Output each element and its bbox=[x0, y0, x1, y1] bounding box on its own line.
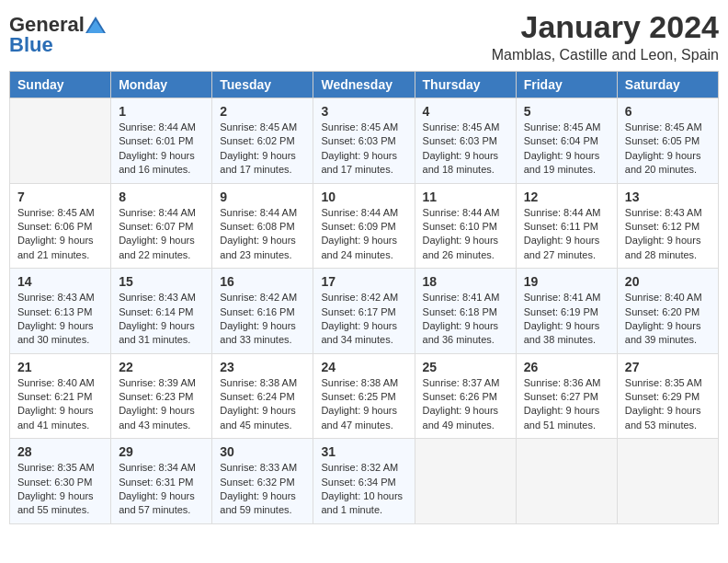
day-number: 28 bbox=[17, 444, 103, 459]
day-number: 18 bbox=[423, 274, 508, 289]
day-number: 29 bbox=[119, 444, 204, 459]
day-info: Sunrise: 8:45 AMSunset: 6:05 PMDaylight:… bbox=[625, 121, 711, 178]
day-info: Sunrise: 8:35 AMSunset: 6:30 PMDaylight:… bbox=[17, 461, 103, 518]
day-info: Sunrise: 8:45 AMSunset: 6:02 PMDaylight:… bbox=[220, 121, 305, 178]
day-info: Sunrise: 8:45 AMSunset: 6:03 PMDaylight:… bbox=[423, 121, 508, 178]
calendar-cell: 20Sunrise: 8:40 AMSunset: 6:20 PMDayligh… bbox=[617, 269, 718, 354]
day-info: Sunrise: 8:39 AMSunset: 6:23 PMDaylight:… bbox=[119, 376, 204, 433]
day-number: 26 bbox=[524, 360, 609, 374]
day-number: 17 bbox=[321, 274, 406, 289]
day-info: Sunrise: 8:34 AMSunset: 6:31 PMDaylight:… bbox=[119, 461, 204, 518]
day-number: 14 bbox=[17, 274, 103, 289]
day-info: Sunrise: 8:44 AMSunset: 6:11 PMDaylight:… bbox=[524, 206, 609, 263]
day-info: Sunrise: 8:40 AMSunset: 6:21 PMDaylight:… bbox=[17, 376, 103, 433]
calendar-cell: 25Sunrise: 8:37 AMSunset: 6:26 PMDayligh… bbox=[415, 353, 516, 439]
day-info: Sunrise: 8:44 AMSunset: 6:08 PMDaylight:… bbox=[220, 206, 305, 263]
day-number: 21 bbox=[17, 360, 103, 374]
calendar-cell bbox=[10, 98, 111, 184]
day-info: Sunrise: 8:43 AMSunset: 6:14 PMDaylight:… bbox=[119, 291, 204, 348]
day-info: Sunrise: 8:43 AMSunset: 6:13 PMDaylight:… bbox=[17, 291, 103, 348]
calendar-cell: 24Sunrise: 8:38 AMSunset: 6:25 PMDayligh… bbox=[313, 353, 415, 439]
day-info: Sunrise: 8:35 AMSunset: 6:29 PMDaylight:… bbox=[625, 376, 711, 433]
logo: General Blue bbox=[9, 13, 106, 57]
calendar-cell: 28Sunrise: 8:35 AMSunset: 6:30 PMDayligh… bbox=[10, 439, 111, 524]
calendar-cell: 18Sunrise: 8:41 AMSunset: 6:18 PMDayligh… bbox=[415, 269, 516, 354]
day-info: Sunrise: 8:41 AMSunset: 6:19 PMDaylight:… bbox=[524, 291, 609, 348]
calendar-cell: 30Sunrise: 8:33 AMSunset: 6:32 PMDayligh… bbox=[212, 439, 313, 524]
calendar-cell: 6Sunrise: 8:45 AMSunset: 6:05 PMDaylight… bbox=[617, 98, 718, 184]
weekday-header-sunday: Sunday bbox=[10, 72, 111, 98]
day-info: Sunrise: 8:45 AMSunset: 6:03 PMDaylight:… bbox=[321, 121, 406, 178]
day-number: 1 bbox=[119, 104, 204, 119]
day-number: 10 bbox=[321, 190, 406, 204]
day-info: Sunrise: 8:37 AMSunset: 6:26 PMDaylight:… bbox=[423, 376, 508, 433]
header: General Blue January 2024 Mamblas, Casti… bbox=[9, 9, 719, 63]
calendar-cell: 13Sunrise: 8:43 AMSunset: 6:12 PMDayligh… bbox=[617, 183, 718, 269]
day-number: 23 bbox=[220, 360, 305, 374]
day-info: Sunrise: 8:44 AMSunset: 6:07 PMDaylight:… bbox=[119, 206, 204, 263]
calendar-cell: 5Sunrise: 8:45 AMSunset: 6:04 PMDaylight… bbox=[516, 98, 617, 184]
calendar-cell: 22Sunrise: 8:39 AMSunset: 6:23 PMDayligh… bbox=[111, 353, 212, 439]
calendar-cell: 16Sunrise: 8:42 AMSunset: 6:16 PMDayligh… bbox=[212, 269, 313, 354]
day-info: Sunrise: 8:38 AMSunset: 6:24 PMDaylight:… bbox=[220, 376, 305, 433]
calendar-cell: 11Sunrise: 8:44 AMSunset: 6:10 PMDayligh… bbox=[415, 183, 516, 269]
calendar-cell: 15Sunrise: 8:43 AMSunset: 6:14 PMDayligh… bbox=[111, 269, 212, 354]
day-info: Sunrise: 8:44 AMSunset: 6:09 PMDaylight:… bbox=[321, 206, 406, 263]
weekday-header-tuesday: Tuesday bbox=[212, 72, 313, 98]
logo-icon bbox=[85, 17, 106, 33]
calendar-cell: 2Sunrise: 8:45 AMSunset: 6:02 PMDaylight… bbox=[212, 98, 313, 184]
day-info: Sunrise: 8:33 AMSunset: 6:32 PMDaylight:… bbox=[220, 461, 305, 518]
day-number: 3 bbox=[321, 104, 406, 119]
day-number: 16 bbox=[220, 274, 305, 289]
week-row-2: 7Sunrise: 8:45 AMSunset: 6:06 PMDaylight… bbox=[10, 183, 719, 269]
day-info: Sunrise: 8:43 AMSunset: 6:12 PMDaylight:… bbox=[625, 206, 711, 263]
day-number: 27 bbox=[625, 360, 711, 374]
day-info: Sunrise: 8:41 AMSunset: 6:18 PMDaylight:… bbox=[423, 291, 508, 348]
location-title: Mamblas, Castille and Leon, Spain bbox=[492, 47, 719, 63]
day-number: 12 bbox=[524, 190, 609, 204]
day-info: Sunrise: 8:38 AMSunset: 6:25 PMDaylight:… bbox=[321, 376, 406, 433]
calendar-cell: 21Sunrise: 8:40 AMSunset: 6:21 PMDayligh… bbox=[10, 353, 111, 439]
week-row-5: 28Sunrise: 8:35 AMSunset: 6:30 PMDayligh… bbox=[10, 439, 719, 524]
day-info: Sunrise: 8:32 AMSunset: 6:34 PMDaylight:… bbox=[321, 461, 406, 518]
day-number: 19 bbox=[524, 274, 609, 289]
calendar-cell bbox=[415, 439, 516, 524]
day-number: 30 bbox=[220, 444, 305, 459]
day-info: Sunrise: 8:40 AMSunset: 6:20 PMDaylight:… bbox=[625, 291, 711, 348]
calendar-cell: 31Sunrise: 8:32 AMSunset: 6:34 PMDayligh… bbox=[313, 439, 415, 524]
calendar-table: SundayMondayTuesdayWednesdayThursdayFrid… bbox=[9, 71, 719, 524]
calendar-cell: 8Sunrise: 8:44 AMSunset: 6:07 PMDaylight… bbox=[111, 183, 212, 269]
calendar-cell: 4Sunrise: 8:45 AMSunset: 6:03 PMDaylight… bbox=[415, 98, 516, 184]
calendar-cell: 3Sunrise: 8:45 AMSunset: 6:03 PMDaylight… bbox=[313, 98, 415, 184]
calendar-cell: 10Sunrise: 8:44 AMSunset: 6:09 PMDayligh… bbox=[313, 183, 415, 269]
day-info: Sunrise: 8:45 AMSunset: 6:06 PMDaylight:… bbox=[17, 206, 103, 263]
day-info: Sunrise: 8:45 AMSunset: 6:04 PMDaylight:… bbox=[524, 121, 609, 178]
day-number: 5 bbox=[524, 104, 609, 119]
calendar-cell: 26Sunrise: 8:36 AMSunset: 6:27 PMDayligh… bbox=[516, 353, 617, 439]
day-number: 24 bbox=[321, 360, 406, 374]
day-number: 7 bbox=[17, 190, 103, 204]
day-info: Sunrise: 8:42 AMSunset: 6:16 PMDaylight:… bbox=[220, 291, 305, 348]
day-number: 4 bbox=[423, 104, 508, 119]
calendar-cell bbox=[617, 439, 718, 524]
day-number: 13 bbox=[625, 190, 711, 204]
day-number: 11 bbox=[423, 190, 508, 204]
day-number: 25 bbox=[423, 360, 508, 374]
week-row-3: 14Sunrise: 8:43 AMSunset: 6:13 PMDayligh… bbox=[10, 269, 719, 354]
week-row-1: 1Sunrise: 8:44 AMSunset: 6:01 PMDaylight… bbox=[10, 98, 719, 184]
day-number: 2 bbox=[220, 104, 305, 119]
calendar-cell: 27Sunrise: 8:35 AMSunset: 6:29 PMDayligh… bbox=[617, 353, 718, 439]
month-title: January 2024 bbox=[492, 9, 719, 45]
calendar-cell: 14Sunrise: 8:43 AMSunset: 6:13 PMDayligh… bbox=[10, 269, 111, 354]
weekday-header-row: SundayMondayTuesdayWednesdayThursdayFrid… bbox=[10, 72, 719, 98]
calendar-cell: 23Sunrise: 8:38 AMSunset: 6:24 PMDayligh… bbox=[212, 353, 313, 439]
weekday-header-saturday: Saturday bbox=[617, 72, 718, 98]
day-number: 8 bbox=[119, 190, 204, 204]
calendar-cell: 17Sunrise: 8:42 AMSunset: 6:17 PMDayligh… bbox=[313, 269, 415, 354]
calendar-cell: 29Sunrise: 8:34 AMSunset: 6:31 PMDayligh… bbox=[111, 439, 212, 524]
day-number: 20 bbox=[625, 274, 711, 289]
title-area: January 2024 Mamblas, Castille and Leon,… bbox=[492, 9, 719, 63]
day-number: 9 bbox=[220, 190, 305, 204]
calendar-cell: 1Sunrise: 8:44 AMSunset: 6:01 PMDaylight… bbox=[111, 98, 212, 184]
calendar-cell: 12Sunrise: 8:44 AMSunset: 6:11 PMDayligh… bbox=[516, 183, 617, 269]
